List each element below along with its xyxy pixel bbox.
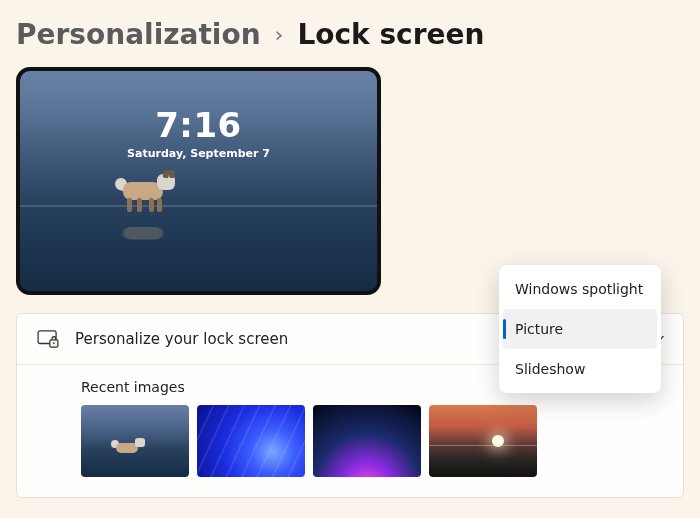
- lockscreen-icon: [37, 330, 59, 348]
- background-mode-dropdown[interactable]: Windows spotlight Picture Slideshow: [499, 265, 661, 393]
- dropdown-item-slideshow[interactable]: Slideshow: [503, 349, 657, 389]
- preview-subject-wolf: [113, 168, 177, 214]
- breadcrumb: Personalization › Lock screen: [0, 0, 700, 61]
- preview-date: Saturday, September 7: [20, 147, 377, 160]
- breadcrumb-current: Lock screen: [297, 18, 484, 51]
- preview-background: [20, 71, 377, 291]
- dropdown-item-spotlight[interactable]: Windows spotlight: [503, 269, 657, 309]
- recent-thumb-2[interactable]: [197, 405, 305, 477]
- recent-thumb-4[interactable]: [429, 405, 537, 477]
- recent-thumbnails: [81, 405, 663, 477]
- recent-thumb-1[interactable]: [81, 405, 189, 477]
- lockscreen-preview: 7:16 Saturday, September 7: [16, 67, 381, 295]
- preview-clock: 7:16 Saturday, September 7: [20, 105, 377, 160]
- chevron-right-icon: ›: [275, 22, 284, 47]
- dropdown-item-picture[interactable]: Picture: [503, 309, 657, 349]
- recent-thumb-3[interactable]: [313, 405, 421, 477]
- breadcrumb-parent[interactable]: Personalization: [16, 18, 261, 51]
- svg-point-2: [53, 342, 55, 344]
- preview-time: 7:16: [20, 105, 377, 145]
- personalize-title: Personalize your lock screen: [75, 330, 288, 348]
